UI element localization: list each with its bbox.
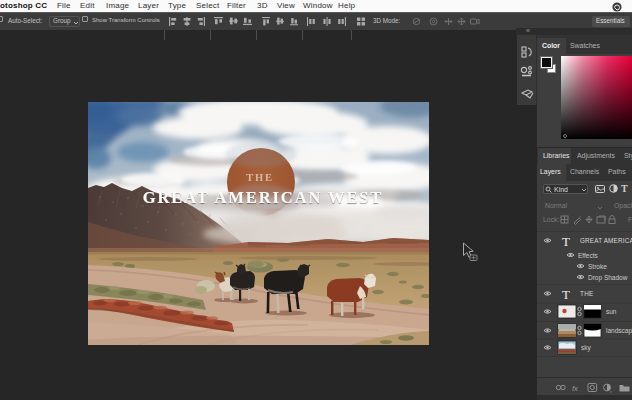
svg-text:sun: sun xyxy=(606,308,617,315)
svg-text:Stroke: Stroke xyxy=(588,263,607,270)
svg-text:THE: THE xyxy=(580,290,594,297)
svg-text:GREAT AMERICAN WEST: GREAT AMERICAN WEST xyxy=(143,188,384,207)
svg-text:sky: sky xyxy=(581,344,592,352)
svg-text:T: T xyxy=(562,287,570,302)
svg-text:T: T xyxy=(562,234,570,249)
svg-text:fx: fx xyxy=(572,384,578,393)
svg-text:THE: THE xyxy=(246,172,274,183)
svg-text:GREAT AMERICAN: GREAT AMERICAN xyxy=(580,237,632,244)
svg-text:Drop Shadow: Drop Shadow xyxy=(588,274,628,282)
svg-text:Effects: Effects xyxy=(578,252,599,259)
svg-text:landscape: landscape xyxy=(606,327,632,335)
